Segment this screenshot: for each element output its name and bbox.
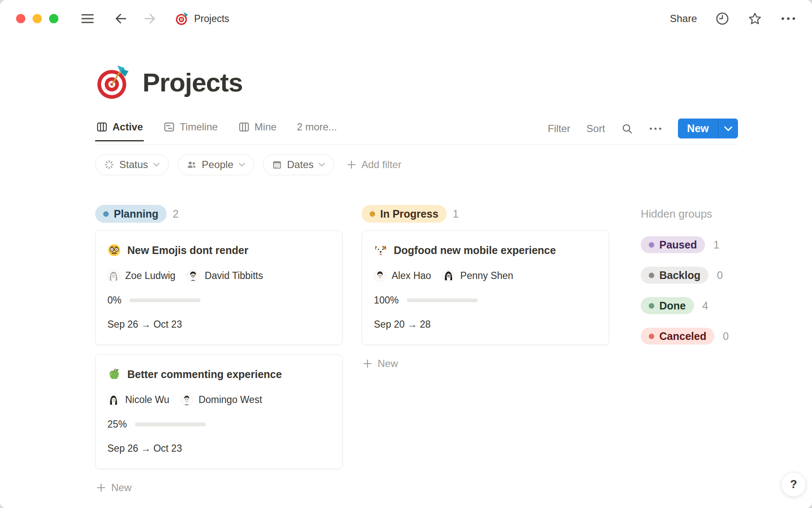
sidebar-menu-icon[interactable] bbox=[81, 13, 94, 24]
plus-icon bbox=[346, 160, 357, 170]
traffic-lights bbox=[16, 14, 58, 23]
group-pill-in-progress[interactable]: In Progress bbox=[362, 205, 447, 223]
project-card[interactable]: Dogfood new mobile experience Alex Hao P… bbox=[362, 230, 609, 345]
chevron-down-icon[interactable] bbox=[719, 119, 738, 138]
chip-label: People bbox=[202, 159, 233, 171]
hidden-groups-title: Hidden groups bbox=[641, 205, 738, 223]
group-pill-paused[interactable]: Paused bbox=[641, 236, 705, 253]
target-emoji bbox=[175, 12, 189, 25]
card-title: New Emojis dont render bbox=[127, 244, 248, 257]
view-tab-bar: Active Timeline Mine 2 more... Filter So… bbox=[95, 119, 738, 145]
target-emoji[interactable] bbox=[95, 64, 131, 100]
tab-mine[interactable]: Mine bbox=[237, 119, 277, 141]
filter-button[interactable]: Filter bbox=[548, 123, 570, 135]
group-count: 0 bbox=[723, 330, 729, 342]
tab-timeline[interactable]: Timeline bbox=[162, 119, 219, 141]
assignee-name: Zoe Ludwig bbox=[125, 270, 176, 282]
dates-filter-chip[interactable]: Dates bbox=[263, 154, 335, 175]
updates-clock-icon[interactable] bbox=[716, 12, 729, 25]
group-count: 0 bbox=[717, 269, 723, 282]
chip-label: Dates bbox=[287, 159, 314, 171]
window-titlebar: Projects Share bbox=[0, 0, 812, 37]
search-icon[interactable] bbox=[621, 123, 633, 135]
status-dot bbox=[649, 303, 654, 309]
progress-bar bbox=[135, 422, 206, 426]
avatar-penny-shen bbox=[442, 270, 455, 282]
assignee-name: David Tibbitts bbox=[205, 270, 263, 282]
group-label: Canceled bbox=[659, 330, 706, 342]
close-window-button[interactable] bbox=[16, 14, 25, 23]
new-card-label: New bbox=[378, 358, 398, 370]
tab-label: Active bbox=[112, 121, 143, 133]
tab-label: Mine bbox=[255, 121, 277, 133]
sort-button[interactable]: Sort bbox=[587, 123, 605, 135]
new-card-label: New bbox=[111, 482, 132, 494]
breadcrumb[interactable]: Projects bbox=[175, 12, 229, 25]
group-pill-planning[interactable]: Planning bbox=[95, 205, 167, 223]
group-label: Planning bbox=[114, 208, 159, 220]
chip-label: Status bbox=[119, 159, 148, 171]
card-dates: Sep 20 → 28 bbox=[374, 319, 597, 330]
disguised-face-emoji bbox=[107, 243, 121, 257]
green-apple-emoji bbox=[107, 367, 121, 381]
new-button-label[interactable]: New bbox=[678, 119, 718, 138]
app-window: Projects Share Projects bbox=[0, 0, 812, 508]
new-button[interactable]: New bbox=[678, 119, 738, 138]
page-header: Projects bbox=[95, 64, 738, 100]
minimize-window-button[interactable] bbox=[33, 14, 42, 23]
column-planning: Planning 2 bbox=[95, 205, 343, 497]
status-filter-chip[interactable]: Status bbox=[95, 154, 169, 175]
chevron-down-icon bbox=[153, 162, 160, 167]
plus-icon bbox=[362, 359, 373, 369]
add-filter-button[interactable]: Add filter bbox=[346, 159, 401, 171]
group-pill-done[interactable]: Done bbox=[641, 297, 694, 314]
progress-label: 100% bbox=[374, 295, 399, 306]
tab-more-views[interactable]: 2 more... bbox=[296, 119, 338, 141]
zoom-window-button[interactable] bbox=[49, 14, 58, 23]
new-card-button[interactable]: New bbox=[362, 354, 609, 373]
project-card[interactable]: New Emojis dont render Zoe Ludwig David … bbox=[95, 230, 343, 345]
assignee-name: Alex Hao bbox=[392, 270, 431, 282]
breadcrumb-label: Projects bbox=[194, 13, 229, 25]
progress-bar bbox=[407, 298, 478, 302]
assignee-name: Penny Shen bbox=[460, 270, 513, 282]
tab-active[interactable]: Active bbox=[95, 119, 144, 141]
group-count: 1 bbox=[453, 208, 459, 220]
group-count: 2 bbox=[173, 208, 179, 220]
avatar-david-tibbitts bbox=[187, 270, 199, 282]
people-filter-chip[interactable]: People bbox=[178, 154, 254, 175]
calendar-icon bbox=[272, 159, 283, 170]
view-options-icon[interactable] bbox=[649, 127, 662, 130]
status-dot bbox=[103, 211, 109, 217]
assignee-name: Domingo West bbox=[198, 394, 262, 406]
back-arrow-icon[interactable] bbox=[114, 12, 128, 25]
favorite-star-icon[interactable] bbox=[748, 12, 762, 26]
progress-bar bbox=[129, 298, 200, 302]
project-card[interactable]: Better commenting experience Nicole Wu D… bbox=[95, 354, 343, 469]
card-title: Better commenting experience bbox=[127, 368, 282, 381]
share-button[interactable]: Share bbox=[670, 13, 697, 25]
group-pill-backlog[interactable]: Backlog bbox=[641, 267, 708, 284]
tab-label: Timeline bbox=[180, 121, 218, 133]
tab-label: 2 more... bbox=[297, 121, 337, 133]
group-count: 1 bbox=[713, 239, 719, 251]
new-card-button[interactable]: New bbox=[95, 478, 343, 497]
group-pill-canceled[interactable]: Canceled bbox=[641, 328, 714, 345]
forward-arrow-icon[interactable] bbox=[143, 12, 156, 25]
page-title: Projects bbox=[143, 67, 243, 97]
more-options-icon[interactable] bbox=[781, 17, 796, 21]
chevron-down-icon bbox=[238, 162, 246, 167]
group-count: 4 bbox=[702, 300, 708, 312]
status-dot bbox=[649, 242, 654, 248]
add-filter-label: Add filter bbox=[361, 159, 401, 171]
hidden-groups-panel: Hidden groups Paused 1 Backlog 0 bbox=[641, 205, 738, 345]
avatar-domingo-west bbox=[181, 394, 193, 406]
filter-chip-bar: Status People Dates Add filter bbox=[95, 154, 738, 175]
group-label: Done bbox=[659, 300, 686, 312]
help-button[interactable]: ? bbox=[781, 472, 806, 497]
card-dates: Sep 26 → Oct 23 bbox=[107, 443, 330, 454]
column-in-progress: In Progress 1 bbox=[362, 205, 609, 373]
chevron-down-icon bbox=[318, 162, 326, 167]
avatar-zoe-ludwig bbox=[107, 270, 120, 282]
group-label: Backlog bbox=[659, 269, 700, 282]
